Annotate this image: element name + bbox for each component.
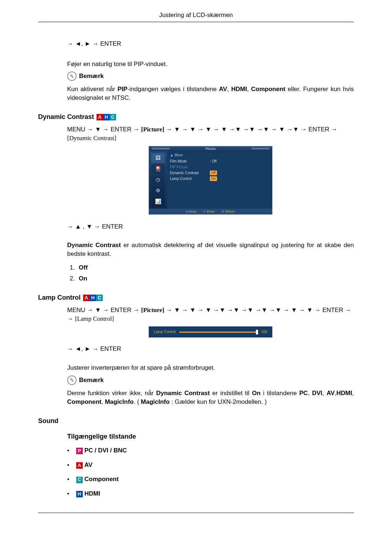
t: i tilstandene — [261, 390, 299, 397]
t: -indgangen vælges i tilstandene — [127, 86, 219, 93]
osd-screenshot-2: Lamp Control 100 — [67, 327, 354, 337]
t: AV — [327, 390, 335, 397]
badge-a-icon: A — [76, 462, 83, 469]
list-item: Off — [77, 263, 354, 272]
list-item: On — [77, 274, 354, 283]
note-label: Bemærk — [79, 377, 104, 383]
mode-label: HDMI — [84, 490, 100, 497]
note-icon: ✎ — [67, 71, 77, 81]
lamp-body: MENU → ▼ → ENTER → [Picture] → ▼ → ▼ → ▼… — [67, 306, 354, 406]
t: [Picture] — [141, 307, 164, 313]
osd-side-icon: 📊 — [151, 197, 165, 207]
list-item: C Component — [67, 475, 354, 484]
t: Component — [67, 398, 101, 405]
t: PC — [299, 390, 308, 397]
note-label: Bemærk — [79, 73, 104, 80]
slider-track — [179, 332, 257, 333]
t: [Lamp Control] — [75, 315, 114, 322]
mode-label: Component — [84, 476, 118, 483]
option-list: Off On — [67, 263, 354, 283]
t: Off — [79, 264, 88, 271]
osd-row: Dynamic Contrast Off — [170, 170, 269, 176]
osd-title: Picture — [149, 146, 272, 151]
mode-label: PC / DVI / BNC — [84, 447, 127, 454]
t: PIP Picture — [170, 165, 210, 170]
osd-side-icon: 🎴 — [151, 164, 165, 174]
note-icon: ✎ — [67, 376, 77, 385]
mode-list: P PC / DVI / BNC A AV C Component H HDMI — [67, 446, 354, 498]
h2-text: Lamp Control — [38, 294, 81, 301]
t: MENU → ▼ → ENTER → — [67, 307, 141, 313]
list-item: A AV — [67, 461, 354, 469]
menu-path: MENU → ▼ → ENTER → [Picture] → ▼ → ▼ → ▼… — [67, 306, 354, 323]
badge-a-icon: A — [83, 295, 90, 301]
dc-desc: Dynamic Contrast er automatisk detekteri… — [67, 241, 354, 258]
osd-row: Film Mode : Off — [170, 159, 269, 164]
section-title-lamp-control: Lamp Control A H C — [38, 293, 354, 302]
t: HDMI — [336, 390, 352, 397]
osd2-label: Lamp Control — [154, 329, 176, 335]
intro-section: → ◄, ► → ENTER Føjer en naturlig tone ti… — [67, 40, 354, 102]
t: : Gælder kun for UXN-2modellen. ) — [170, 398, 266, 405]
t: MagicInfo — [141, 398, 170, 405]
badge-h-icon: H — [76, 491, 83, 497]
list-item: P PC / DVI / BNC — [67, 446, 354, 455]
sub-heading: Tilgængelige tilstande — [67, 432, 354, 441]
osd-main: ▲ More Film Mode : Off PIP Picture Dynam… — [167, 151, 272, 209]
note-row: ✎ Bemærk — [67, 376, 354, 385]
mode-badges: A H C — [83, 295, 103, 301]
t: MENU → ▼ → ENTER → — [67, 126, 141, 133]
osd-row: Lamp Control On — [170, 176, 269, 182]
t: Component — [251, 86, 285, 93]
badge-c-icon: C — [110, 114, 116, 120]
osd2-value: 100 — [261, 329, 267, 335]
osd-side-icon: 🖼 — [151, 153, 165, 163]
nav-sequence: → ▲ , ▼ → ENTER — [67, 222, 354, 231]
osd-more: ▲ More — [170, 153, 269, 158]
t: On — [79, 275, 87, 282]
lamp-desc: Justerer inverterpæren for at spare på s… — [67, 364, 354, 372]
t: Lamp Control — [170, 176, 210, 181]
h2-text: Dynamic Contrast — [38, 113, 94, 120]
nav-sequence: → ◄, ► → ENTER — [67, 40, 354, 48]
t: → ▼ → ▼ → ▼ → ▼ →▼ →▼ →▼ → ▼ →▼ → ENTER … — [164, 126, 337, 133]
t: : Off — [210, 159, 228, 164]
page-header: Justering af LCD-skærmen — [38, 11, 354, 22]
t: Denne funktion virker ikke, når — [67, 390, 156, 397]
intro-note-text: Kun aktiveret når PIP-indgangen vælges i… — [67, 85, 354, 102]
osd-side-icon: ⚙ — [151, 186, 165, 196]
osd-footer: ♦ Move ↵ Enter ↺ Return — [149, 209, 272, 215]
t: . ( — [134, 398, 141, 405]
badge-a-icon: A — [97, 114, 103, 120]
osd-row: PIP Picture — [170, 164, 269, 170]
badge-h-icon: H — [103, 114, 110, 120]
dc-body: MENU → ▼ → ENTER → [Picture] → ▼ → ▼ → ▼… — [67, 125, 354, 283]
t: MagicInfo — [105, 398, 134, 405]
badge-h-icon: H — [90, 295, 96, 301]
t: PIP — [118, 86, 127, 93]
t: Kun aktiveret når — [67, 86, 118, 93]
badge-p-icon: P — [76, 448, 83, 454]
menu-path: MENU → ▼ → ENTER → [Picture] → ▼ → ▼ → ▼… — [67, 125, 354, 143]
t: [Picture] — [141, 126, 164, 133]
osd-sidebar: 🖼 🎴 ◷ ⚙ 📊 — [149, 151, 167, 209]
badge-c-icon: C — [96, 295, 103, 301]
t: On — [210, 176, 217, 181]
t: DVI — [312, 390, 322, 397]
mode-badges: A H C — [97, 114, 116, 120]
footer-divider — [38, 513, 354, 513]
mode-label: AV — [84, 461, 92, 468]
osd-side-icon: ◷ — [151, 175, 165, 185]
note-row: ✎ Bemærk — [67, 72, 354, 81]
intro-desc: Føjer en naturlig tone til PIP-vinduet. — [67, 60, 354, 69]
t: Dynamic Contrast — [67, 242, 121, 249]
t: On — [252, 390, 261, 397]
badge-c-icon: C — [76, 477, 83, 483]
t: Film Mode — [170, 159, 210, 164]
t: er indstillet til — [210, 390, 252, 397]
section-title-dynamic-contrast: Dynamic Contrast A H C — [38, 112, 354, 122]
sound-body: Tilgængelige tilstande P PC / DVI / BNC … — [67, 432, 354, 498]
document-page: Justering af LCD-skærmen → ◄, ► → ENTER … — [0, 0, 392, 535]
t: Dynamic Contrast — [156, 390, 210, 397]
t: ↺ Return — [221, 209, 235, 214]
